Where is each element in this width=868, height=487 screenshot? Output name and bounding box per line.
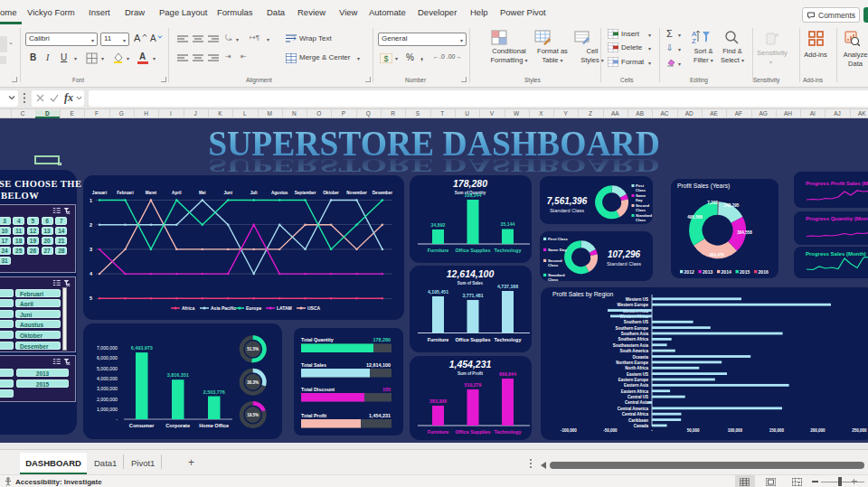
svg-text:1: 1 — [90, 198, 92, 203]
svg-text:Asia Pacific: Asia Pacific — [211, 305, 236, 311]
svg-text:Profit Sales (Years): Profit Sales (Years) — [677, 183, 730, 190]
svg-text:April: April — [172, 191, 181, 195]
svg-text:Class: Class — [636, 208, 646, 212]
svg-text:Standard Class: Standard Class — [607, 261, 641, 267]
svg-text:12,614,100: 12,614,100 — [366, 362, 391, 368]
svg-text:Eastern US: Eastern US — [627, 372, 648, 377]
svg-text:304,558: 304,558 — [737, 230, 752, 235]
svg-text:Standard Class: Standard Class — [550, 208, 584, 213]
svg-text:178,280: 178,280 — [373, 337, 392, 342]
svg-text:Central US: Central US — [627, 395, 648, 399]
svg-text:Canada: Canada — [634, 424, 649, 428]
svg-text:Central America: Central America — [618, 407, 649, 411]
svg-text:Southeastern Asia: Southeastern Asia — [613, 343, 649, 348]
svg-text:Northern Europe: Northern Europe — [616, 361, 648, 365]
svg-text:November: November — [346, 191, 367, 195]
svg-text:Furniture: Furniture — [428, 248, 449, 253]
svg-text:35,144: 35,144 — [501, 221, 515, 227]
svg-text:Office Supplies: Office Supplies — [455, 248, 490, 253]
svg-text:107,296: 107,296 — [608, 249, 641, 259]
svg-text:3,000,000: 3,000,000 — [97, 386, 118, 391]
svg-text:Class: Class — [548, 277, 559, 281]
svg-text:$: $ — [383, 54, 388, 63]
svg-text:-: - — [651, 428, 653, 433]
svg-text:2016: 2016 — [759, 269, 769, 275]
svg-text:283,308: 283,308 — [429, 398, 447, 404]
svg-text:Class: Class — [636, 218, 646, 222]
svg-text:Eastern Asia: Eastern Asia — [624, 383, 649, 388]
svg-text:Technology: Technology — [495, 337, 522, 342]
svg-text:Profit Sales by Region: Profit Sales by Region — [552, 291, 613, 298]
svg-text:September: September — [295, 191, 316, 195]
svg-text:Home Office: Home Office — [199, 423, 229, 428]
svg-text:Progress Profit Sales (Month): Progress Profit Sales (Month) — [806, 181, 868, 186]
svg-text:4,000,000: 4,000,000 — [97, 376, 118, 381]
svg-text:-100,000: -100,000 — [561, 428, 577, 433]
svg-text:Technology: Technology — [495, 248, 522, 253]
svg-text:1,454,231: 1,454,231 — [369, 413, 391, 418]
svg-text:Central Asia: Central Asia — [625, 400, 649, 405]
svg-text:2,503,776: 2,503,776 — [203, 389, 225, 395]
svg-text:2015: 2015 — [740, 269, 750, 275]
svg-text:34,892: 34,892 — [431, 222, 446, 228]
svg-text:Central Africa: Central Africa — [622, 412, 649, 417]
svg-text:North Africa: North Africa — [625, 366, 648, 370]
svg-text:3,816,351: 3,816,351 — [167, 372, 189, 378]
svg-text:-50,000: -50,000 — [603, 428, 618, 433]
svg-text:Progress Quantity (Month): Progress Quantity (Month) — [806, 216, 868, 221]
svg-text:Class: Class — [636, 188, 646, 192]
svg-text:4: 4 — [90, 271, 93, 276]
svg-text:Day: Day — [636, 198, 643, 202]
svg-text:Office Supplies: Office Supplies — [455, 429, 490, 435]
svg-text:19.5%: 19.5% — [247, 413, 259, 417]
svg-text:108,244: 108,244 — [465, 192, 482, 198]
svg-text:LATAM: LATAM — [277, 305, 292, 311]
svg-text:South America: South America — [619, 349, 648, 353]
svg-text:Consumer: Consumer — [129, 423, 155, 428]
svg-text:Total Profit: Total Profit — [301, 413, 326, 418]
svg-text:Technology: Technology — [495, 429, 522, 435]
svg-text:660,644: 660,644 — [499, 371, 516, 377]
svg-text:Corporate: Corporate — [165, 423, 190, 428]
svg-text:Mei: Mei — [199, 191, 206, 195]
svg-text:5: 5 — [90, 295, 92, 301]
svg-text:Southern Africa: Southern Africa — [618, 337, 648, 342]
svg-text:6,493,973: 6,493,973 — [131, 345, 153, 351]
svg-text:100,000: 100,000 — [728, 428, 743, 433]
svg-text:Oceania: Oceania — [632, 355, 648, 360]
svg-text:First Class: First Class — [548, 237, 569, 241]
svg-text:1,000,000: 1,000,000 — [97, 407, 118, 412]
svg-text:Oktober: Oktober — [323, 191, 339, 195]
svg-text:7,000,000: 7,000,000 — [97, 345, 118, 351]
svg-text:5,000,000: 5,000,000 — [97, 366, 118, 371]
svg-text:Sum of Profit: Sum of Profit — [458, 371, 484, 376]
svg-text:178,280: 178,280 — [453, 178, 487, 189]
svg-text:Juni: Juni — [223, 191, 231, 195]
svg-text:3: 3 — [90, 247, 92, 252]
svg-text:7,292: 7,292 — [707, 201, 718, 205]
svg-text:51.5%: 51.5% — [247, 347, 259, 351]
svg-text:Southern US: Southern US — [624, 320, 648, 324]
svg-text:495,566: 495,566 — [687, 215, 703, 220]
svg-text:Southern Europe: Southern Europe — [615, 326, 648, 331]
svg-text:Furniture: Furniture — [428, 429, 449, 435]
svg-text:Caribbean: Caribbean — [628, 418, 648, 423]
svg-text:250,000: 250,000 — [852, 428, 867, 433]
svg-text:USCA: USCA — [307, 305, 321, 311]
svg-text:4,737,168: 4,737,168 — [497, 284, 518, 289]
svg-text:Southern Asia: Southern Asia — [621, 332, 649, 336]
svg-text:Furniture: Furniture — [428, 337, 449, 342]
svg-text:Europe: Europe — [246, 305, 261, 311]
svg-text:1,454,231: 1,454,231 — [449, 359, 492, 370]
svg-text:4,105,451: 4,105,451 — [428, 289, 448, 295]
svg-text:Desember: Desember — [373, 191, 392, 195]
svg-text:Total Quantity: Total Quantity — [301, 337, 334, 342]
svg-text:Same Day: Same Day — [548, 248, 567, 252]
svg-text:50,000: 50,000 — [687, 428, 700, 433]
svg-text:155: 155 — [382, 387, 391, 392]
svg-text:6,000,000: 6,000,000 — [97, 355, 118, 361]
svg-text:2012: 2012 — [684, 269, 694, 275]
svg-text:-: - — [116, 417, 118, 422]
svg-text:12,614,100: 12,614,100 — [447, 268, 495, 279]
svg-text:404,476: 404,476 — [709, 253, 724, 258]
